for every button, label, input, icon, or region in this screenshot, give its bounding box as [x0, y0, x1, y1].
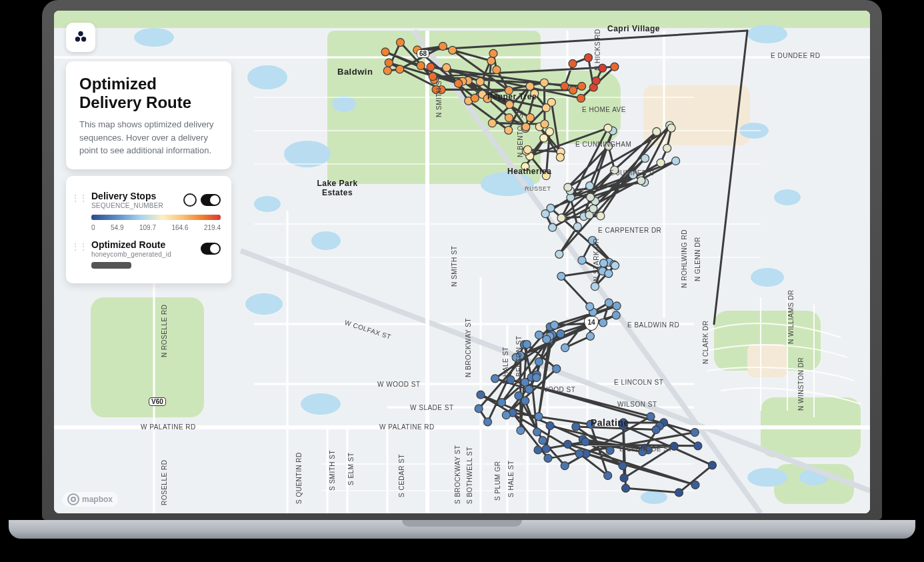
- layer-stops-radio[interactable]: [183, 193, 197, 207]
- delivery-stop[interactable]: [569, 59, 577, 67]
- delivery-stop[interactable]: [620, 474, 628, 482]
- delivery-stop[interactable]: [526, 82, 534, 90]
- delivery-stop[interactable]: [691, 429, 699, 437]
- delivery-stop[interactable]: [535, 331, 543, 339]
- delivery-stop[interactable]: [663, 144, 671, 152]
- delivery-stop[interactable]: [491, 375, 499, 383]
- delivery-stop[interactable]: [540, 134, 548, 142]
- delivery-stop[interactable]: [525, 385, 533, 393]
- delivery-stop[interactable]: [691, 481, 699, 489]
- delivery-stop[interactable]: [483, 95, 491, 103]
- delivery-stop[interactable]: [589, 205, 597, 213]
- delivery-stop[interactable]: [611, 166, 619, 174]
- delivery-stop[interactable]: [592, 77, 600, 85]
- delivery-stop[interactable]: [526, 113, 534, 121]
- delivery-stop[interactable]: [587, 332, 595, 340]
- delivery-stop[interactable]: [540, 79, 548, 87]
- delivery-stop[interactable]: [564, 183, 572, 191]
- delivery-stop[interactable]: [507, 376, 515, 384]
- delivery-stop[interactable]: [667, 124, 675, 132]
- delivery-stop[interactable]: [544, 454, 552, 462]
- delivery-stop[interactable]: [573, 223, 581, 231]
- delivery-stop[interactable]: [439, 42, 447, 50]
- delivery-stop[interactable]: [587, 193, 595, 201]
- delivery-stop[interactable]: [381, 48, 389, 56]
- delivery-stop[interactable]: [488, 119, 496, 127]
- delivery-stop[interactable]: [564, 440, 572, 448]
- delivery-stop[interactable]: [597, 212, 605, 220]
- delivery-stop[interactable]: [484, 418, 492, 426]
- delivery-stop[interactable]: [557, 330, 565, 338]
- drag-handle-icon[interactable]: ⋮⋮: [71, 242, 87, 251]
- delivery-stop[interactable]: [612, 311, 620, 319]
- delivery-stop[interactable]: [604, 471, 612, 479]
- delivery-stop[interactable]: [606, 447, 614, 455]
- layer-stops-toggle[interactable]: [201, 194, 221, 206]
- delivery-stop[interactable]: [521, 163, 529, 171]
- delivery-stop[interactable]: [505, 87, 513, 95]
- delivery-stop[interactable]: [543, 335, 551, 343]
- drag-handle-icon[interactable]: ⋮⋮: [71, 193, 87, 203]
- delivery-stop[interactable]: [555, 250, 563, 258]
- delivery-stop[interactable]: [475, 405, 483, 413]
- delivery-stop[interactable]: [629, 171, 637, 179]
- delivery-stop[interactable]: [672, 157, 680, 165]
- delivery-stop[interactable]: [542, 445, 550, 453]
- delivery-stop[interactable]: [546, 422, 554, 430]
- delivery-stop[interactable]: [449, 46, 457, 54]
- delivery-stop[interactable]: [455, 79, 463, 87]
- delivery-stop[interactable]: [578, 256, 586, 264]
- delivery-stop[interactable]: [534, 446, 542, 454]
- delivery-stop[interactable]: [535, 358, 543, 366]
- delivery-stop[interactable]: [675, 489, 683, 497]
- delivery-stop[interactable]: [522, 123, 530, 131]
- delivery-stop[interactable]: [546, 128, 554, 136]
- delivery-stop[interactable]: [613, 302, 621, 310]
- delivery-stop[interactable]: [599, 319, 607, 327]
- delivery-stop[interactable]: [549, 223, 557, 231]
- delivery-stop[interactable]: [694, 442, 702, 450]
- delivery-stop[interactable]: [585, 54, 593, 62]
- delivery-stop[interactable]: [427, 63, 435, 71]
- delivery-stop[interactable]: [533, 373, 541, 381]
- delivery-stop[interactable]: [523, 341, 531, 349]
- delivery-stop[interactable]: [641, 155, 649, 163]
- delivery-stop[interactable]: [505, 101, 513, 109]
- delivery-stop[interactable]: [652, 426, 660, 434]
- delivery-stop[interactable]: [575, 450, 583, 458]
- delivery-stop[interactable]: [432, 85, 440, 93]
- delivery-stop[interactable]: [556, 153, 564, 161]
- delivery-stop[interactable]: [557, 214, 565, 222]
- delivery-stop[interactable]: [581, 438, 589, 446]
- delivery-stop[interactable]: [443, 63, 451, 71]
- delivery-stop[interactable]: [670, 442, 678, 450]
- delivery-stop[interactable]: [611, 63, 619, 71]
- delivery-stop[interactable]: [599, 64, 607, 72]
- delivery-stop[interactable]: [533, 428, 541, 436]
- delivery-stop[interactable]: [622, 484, 630, 492]
- delivery-stop[interactable]: [619, 462, 627, 470]
- delivery-stop[interactable]: [396, 65, 404, 73]
- delivery-stop[interactable]: [586, 182, 594, 190]
- delivery-stop[interactable]: [589, 237, 597, 245]
- delivery-stop[interactable]: [542, 172, 550, 180]
- delivery-stop[interactable]: [417, 62, 425, 70]
- delivery-stop[interactable]: [709, 461, 717, 469]
- delivery-stop[interactable]: [471, 94, 479, 102]
- delivery-stop[interactable]: [557, 272, 565, 280]
- delivery-stop[interactable]: [586, 303, 594, 311]
- delivery-stop[interactable]: [604, 124, 612, 132]
- layer-route-toggle[interactable]: [201, 243, 221, 255]
- delivery-stop[interactable]: [493, 66, 501, 74]
- delivery-stop[interactable]: [477, 391, 485, 399]
- delivery-stop[interactable]: [600, 259, 608, 267]
- delivery-stop[interactable]: [657, 159, 665, 167]
- delivery-stop[interactable]: [647, 413, 655, 421]
- delivery-stop[interactable]: [541, 210, 549, 218]
- delivery-stop[interactable]: [569, 86, 577, 94]
- delivery-stop[interactable]: [512, 353, 520, 361]
- delivery-stop[interactable]: [591, 283, 599, 291]
- delivery-stop[interactable]: [611, 261, 619, 269]
- delivery-stop[interactable]: [605, 269, 613, 277]
- delivery-stop[interactable]: [489, 49, 497, 57]
